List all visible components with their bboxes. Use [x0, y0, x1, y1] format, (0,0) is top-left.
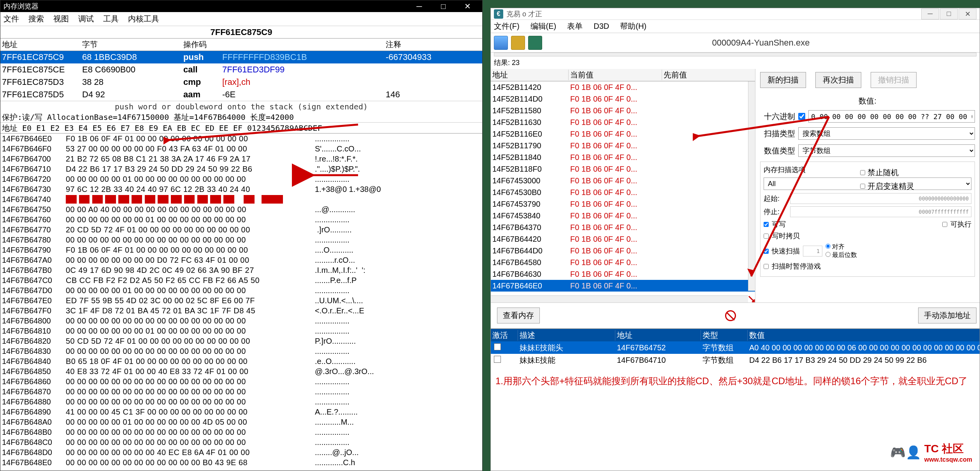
hex-rows[interactable]: 14F67B646E0F0 1B 06 0F 4F 01 00 00 00 00… [0, 134, 482, 467]
hex-row[interactable]: 14F67B646F053 27 00 00 00 00 00 00 F0 43… [0, 144, 482, 154]
result-row[interactable]: 14F67B644D0F0 1B 06 0F 4F 0... [491, 245, 755, 257]
fast-scan-checkbox[interactable] [764, 249, 769, 254]
result-row[interactable]: 14F67B64370F0 1B 06 0F 4F 0... [491, 221, 755, 233]
no-icon[interactable] [725, 310, 736, 321]
address-table-rows[interactable]: 妹妹E技能头14F67B64752字节数组A0 40 00 00 00 00 0… [491, 341, 980, 366]
result-row[interactable]: 14F52B11790F0 1B 06 0F 4F 0... [491, 140, 755, 151]
col-address[interactable]: 地址 [491, 70, 569, 80]
result-row[interactable]: 14F52B11630F0 1B 06 0F 4F 0... [491, 116, 755, 128]
hex-row[interactable]: 14F67B648C000 00 00 00 00 00 00 00 00 00… [0, 437, 482, 447]
hex-row[interactable]: 14F67B6487000 00 00 00 00 00 00 00 00 00… [0, 387, 482, 397]
undo-scan-button[interactable]: 撤销扫描 [871, 72, 917, 88]
hex-row[interactable]: 14F67B64710D4 22 B6 17 17 B3 29 24 50 DD… [0, 164, 482, 174]
col-opcode[interactable]: 操作码 [183, 39, 222, 50]
close-button[interactable]: ✕ [456, 1, 479, 12]
address-table-row[interactable]: 妹妹E技能14F67B64710字节数组D4 22 B6 17 17 B3 29… [491, 354, 980, 366]
pause-checkbox[interactable] [764, 264, 769, 269]
hex-row[interactable]: 14F67B6472000 00 00 00 00 01 00 00 00 00… [0, 174, 482, 184]
hex-row[interactable]: 14F67B6473097 6C 12 2B 33 40 24 40 97 6C… [0, 184, 482, 194]
writable-checkbox[interactable] [764, 222, 769, 227]
cow-checkbox[interactable] [764, 234, 769, 239]
hex-row[interactable]: 14F67B647B00C 49 17 6D 90 98 4D 2C 0C 49… [0, 265, 482, 275]
address-table-row[interactable]: 妹妹E技能头14F67B64752字节数组A0 40 00 00 00 00 0… [491, 341, 980, 354]
result-row[interactable]: 14F52B11420F0 1B 06 0F 4F 0... [491, 81, 755, 93]
rescan-button[interactable]: 再次扫描 [815, 72, 861, 88]
save-icon[interactable] [528, 36, 542, 50]
address-bar[interactable]: 7FF61EC875C9 [0, 26, 482, 39]
hex-row[interactable]: 14F67B647E0ED 7F 55 9B 55 4D 02 3C 00 00… [0, 295, 482, 306]
disassembly-row[interactable]: 7FF61EC875C968 1BBC39D8pushFFFFFFFFD839B… [0, 51, 482, 63]
col-previous[interactable]: 先前值 [662, 70, 740, 80]
result-row[interactable]: 14F67B64420F0 1B 06 0F 4F 0... [491, 233, 755, 245]
hex-row[interactable]: 14F67B6478000 00 00 00 00 00 00 00 00 00… [0, 235, 482, 245]
window-titlebar[interactable]: € 克易 o 才正 ─ □ ✕ [491, 8, 980, 20]
hex-row[interactable]: 14F67B647A000 00 00 00 00 00 00 00 D0 72… [0, 255, 482, 265]
col-address[interactable]: 地址 [0, 39, 82, 50]
hex-row[interactable]: 14F67B648B000 00 00 00 00 00 00 00 00 00… [0, 427, 482, 437]
result-row[interactable]: 14F67B64630F0 1B 06 0F 4F 0... [491, 268, 755, 280]
result-row[interactable]: 14F52B114D0F0 1B 06 0F 4F 0... [491, 93, 755, 105]
menu-d3d[interactable]: D3D [594, 22, 609, 31]
menu-help[interactable]: 帮助(H) [620, 21, 646, 32]
hex-row[interactable]: 14F67B6488000 00 00 00 00 00 00 00 00 00… [0, 397, 482, 407]
disassembly-row[interactable]: 7FF61EC875D5D4 92aam-6E146 [0, 88, 482, 101]
hex-row[interactable]: 14F67B6480000 00 00 00 00 00 00 00 00 00… [0, 316, 482, 326]
menu-table[interactable]: 表单 [567, 21, 583, 32]
result-row[interactable]: 14F67453840F0 1B 06 0F 4F 0... [491, 210, 755, 221]
last-digit-radio[interactable] [825, 252, 831, 257]
result-row[interactable]: 14F52B116E0F0 1B 06 0F 4F 0... [491, 128, 755, 140]
manual-add-button[interactable]: 手动添加地址 [918, 308, 976, 323]
col-value[interactable]: 数值 [748, 330, 980, 341]
menu-tools[interactable]: 工具 [103, 14, 119, 24]
hex-row[interactable]: 14F67B648D000 00 00 00 00 00 00 00 40 EC… [0, 447, 482, 457]
stop-input[interactable] [790, 206, 971, 217]
hex-row[interactable]: 14F67B6470021 B2 72 65 08 B8 C1 21 38 3A… [0, 154, 482, 164]
hex-row[interactable]: 14F67B64790F0 1B 06 0F 4F 01 00 00 00 00… [0, 245, 482, 255]
menu-search[interactable]: 搜索 [28, 14, 44, 24]
hex-row[interactable]: 14F67B6476000 00 00 00 00 00 00 01 00 00… [0, 214, 482, 225]
open-icon[interactable] [511, 36, 525, 50]
menu-file[interactable]: 文件 [4, 14, 19, 24]
col-comment[interactable]: 注释 [386, 39, 482, 50]
scrollbar-vertical[interactable] [748, 81, 755, 291]
disassembly-row[interactable]: 7FF61EC875CEE8 C6690B00call7FF61ED3DF99 [0, 63, 482, 76]
col-description[interactable]: 描述 [518, 330, 615, 341]
hex-row[interactable]: 14F67B648E000 00 00 00 00 00 00 00 00 00… [0, 457, 482, 467]
window-titlebar[interactable]: 内存浏览器 ─ □ ✕ [0, 0, 482, 12]
align-radio[interactable] [825, 244, 831, 249]
hex-row[interactable]: 14F67B648A000 00 00 00 00 01 00 00 00 00… [0, 417, 482, 427]
menu-debug[interactable]: 调试 [78, 14, 94, 24]
menu-file[interactable]: 文件(F) [494, 21, 520, 32]
maximize-button[interactable]: □ [940, 9, 958, 19]
col-address[interactable]: 地址 [615, 330, 701, 341]
close-button[interactable]: ✕ [959, 9, 976, 19]
result-row[interactable]: 14F52B11840F0 1B 06 0F 4F 0... [491, 151, 755, 163]
hex-row[interactable]: 14F67B64740XX XX XX XX XX XX XX XX XX XX… [0, 194, 482, 204]
result-row[interactable]: 14F52B118F0F0 1B 06 0F 4F 0... [491, 163, 755, 175]
results-rows[interactable]: 14F52B11420F0 1B 06 0F 4F 0...14F52B114D… [491, 81, 755, 302]
active-checkbox[interactable] [494, 356, 501, 363]
fast-scan-value[interactable] [803, 246, 822, 257]
result-row[interactable]: 14F67453000F0 1B 06 0F 4F 0... [491, 175, 755, 186]
minimize-button[interactable]: ─ [921, 9, 939, 19]
scrollbar-horizontal[interactable] [491, 295, 748, 302]
result-row[interactable]: 14F674530B0F0 1B 06 0F 4F 0... [491, 186, 755, 198]
hex-row[interactable]: 14F67B647C0CB CC FB F2 F2 D2 A5 50 F2 65… [0, 275, 482, 285]
hex-row[interactable]: 14F67B6485040 E8 33 72 4F 01 00 00 40 E8… [0, 366, 482, 376]
maximize-button[interactable]: □ [432, 1, 455, 12]
col-value[interactable]: 当前值 [569, 70, 662, 80]
minimize-button[interactable]: ─ [407, 1, 431, 12]
process-icon[interactable] [494, 36, 508, 50]
disassembly-row[interactable]: 7FF61EC875D338 28cmp[rax],ch [0, 76, 482, 88]
active-checkbox[interactable] [494, 343, 501, 350]
menu-kernel[interactable]: 内核工具 [128, 14, 159, 24]
hex-row[interactable]: 14F67B6482050 CD 5D 72 4F 01 00 00 00 00… [0, 336, 482, 346]
hex-row[interactable]: 14F67B64840B0 65 18 0F 4F 01 00 00 00 00… [0, 356, 482, 366]
result-row[interactable]: 14F67B646E0F0 1B 06 0F 4F 0... [491, 280, 755, 292]
hex-row[interactable]: 14F67B6489041 00 00 00 45 C1 3F 00 00 00… [0, 407, 482, 417]
hex-row[interactable]: 14F67B6477020 CD 5D 72 4F 01 00 00 00 00… [0, 225, 482, 235]
start-input[interactable] [790, 193, 971, 204]
hex-row[interactable]: 14F67B6486000 00 00 00 00 00 00 00 00 00… [0, 376, 482, 387]
hex-checkbox[interactable] [798, 113, 805, 120]
col-bytes[interactable]: 字节 [82, 39, 183, 50]
